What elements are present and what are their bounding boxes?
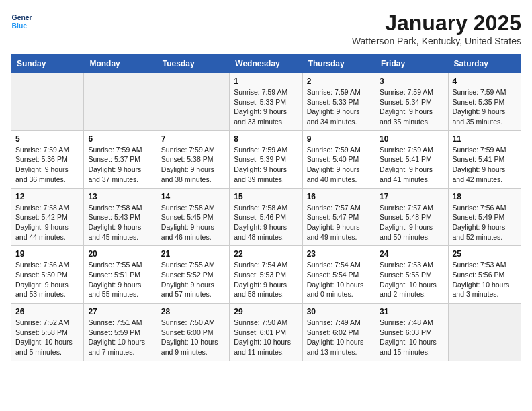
- week-row-2: 5Sunrise: 7:59 AM Sunset: 5:36 PM Daylig…: [11, 130, 521, 188]
- day-number: 20: [88, 249, 152, 259]
- day-number: 5: [15, 134, 79, 144]
- calendar-cell: 3Sunrise: 7:59 AM Sunset: 5:34 PM Daylig…: [375, 73, 448, 131]
- calendar-cell: 25Sunrise: 7:53 AM Sunset: 5:56 PM Dayli…: [448, 246, 521, 304]
- logo: General Blue: [11, 11, 32, 32]
- header-day-tuesday: Tuesday: [157, 55, 229, 73]
- header-day-monday: Monday: [84, 55, 157, 73]
- day-number: 12: [15, 192, 79, 201]
- day-info: Sunrise: 7:49 AM Sunset: 6:02 PM Dayligh…: [307, 318, 371, 357]
- day-number: 29: [234, 307, 298, 316]
- calendar-cell: 5Sunrise: 7:59 AM Sunset: 5:36 PM Daylig…: [11, 130, 84, 188]
- day-info: Sunrise: 7:50 AM Sunset: 6:00 PM Dayligh…: [161, 318, 225, 357]
- calendar-cell: [448, 304, 521, 361]
- calendar-cell: [157, 73, 229, 131]
- calendar-cell: 20Sunrise: 7:55 AM Sunset: 5:51 PM Dayli…: [84, 246, 157, 304]
- day-info: Sunrise: 7:48 AM Sunset: 6:03 PM Dayligh…: [380, 318, 443, 357]
- day-info: Sunrise: 7:59 AM Sunset: 5:41 PM Dayligh…: [380, 145, 443, 185]
- day-info: Sunrise: 7:54 AM Sunset: 5:54 PM Dayligh…: [307, 260, 371, 300]
- calendar-cell: 8Sunrise: 7:59 AM Sunset: 5:39 PM Daylig…: [230, 130, 302, 188]
- calendar-cell: 22Sunrise: 7:54 AM Sunset: 5:53 PM Dayli…: [230, 246, 302, 304]
- week-row-3: 12Sunrise: 7:58 AM Sunset: 5:42 PM Dayli…: [11, 188, 521, 246]
- day-info: Sunrise: 7:51 AM Sunset: 5:59 PM Dayligh…: [88, 318, 152, 357]
- day-info: Sunrise: 7:59 AM Sunset: 5:38 PM Dayligh…: [161, 145, 225, 185]
- day-number: 10: [380, 134, 443, 144]
- calendar-cell: 2Sunrise: 7:59 AM Sunset: 5:33 PM Daylig…: [302, 73, 375, 131]
- calendar-body: 1Sunrise: 7:59 AM Sunset: 5:33 PM Daylig…: [11, 73, 521, 361]
- calendar-cell: 26Sunrise: 7:52 AM Sunset: 5:58 PM Dayli…: [11, 304, 84, 361]
- day-info: Sunrise: 7:58 AM Sunset: 5:46 PM Dayligh…: [234, 203, 298, 242]
- day-info: Sunrise: 7:57 AM Sunset: 5:47 PM Dayligh…: [307, 203, 371, 242]
- day-number: 24: [380, 249, 443, 259]
- calendar-cell: 30Sunrise: 7:49 AM Sunset: 6:02 PM Dayli…: [302, 304, 375, 361]
- calendar-cell: 10Sunrise: 7:59 AM Sunset: 5:41 PM Dayli…: [375, 130, 448, 188]
- day-number: 13: [88, 192, 152, 201]
- calendar-cell: 7Sunrise: 7:59 AM Sunset: 5:38 PM Daylig…: [157, 130, 229, 188]
- day-number: 30: [307, 307, 371, 316]
- day-number: 1: [234, 77, 298, 86]
- day-info: Sunrise: 7:52 AM Sunset: 5:58 PM Dayligh…: [15, 318, 79, 357]
- day-number: 15: [234, 192, 298, 201]
- calendar-cell: 15Sunrise: 7:58 AM Sunset: 5:46 PM Dayli…: [230, 188, 302, 246]
- day-info: Sunrise: 7:53 AM Sunset: 5:56 PM Dayligh…: [453, 260, 517, 300]
- calendar-cell: 12Sunrise: 7:58 AM Sunset: 5:42 PM Dayli…: [11, 188, 84, 246]
- header-day-wednesday: Wednesday: [230, 55, 302, 73]
- calendar-cell: 14Sunrise: 7:58 AM Sunset: 5:45 PM Dayli…: [157, 188, 229, 246]
- day-number: 8: [234, 134, 298, 144]
- day-number: 7: [161, 134, 225, 144]
- day-info: Sunrise: 7:59 AM Sunset: 5:33 PM Dayligh…: [307, 87, 371, 127]
- day-number: 27: [88, 307, 152, 316]
- header-day-saturday: Saturday: [448, 55, 521, 73]
- calendar-header: SundayMondayTuesdayWednesdayThursdayFrid…: [11, 55, 521, 73]
- week-row-4: 19Sunrise: 7:56 AM Sunset: 5:50 PM Dayli…: [11, 246, 521, 304]
- day-info: Sunrise: 7:55 AM Sunset: 5:52 PM Dayligh…: [161, 260, 225, 300]
- day-number: 21: [161, 249, 225, 259]
- logo-icon: General Blue: [11, 11, 32, 32]
- day-number: 28: [161, 307, 225, 316]
- calendar-cell: 17Sunrise: 7:57 AM Sunset: 5:48 PM Dayli…: [375, 188, 448, 246]
- day-info: Sunrise: 7:59 AM Sunset: 5:40 PM Dayligh…: [307, 145, 371, 185]
- calendar-cell: 24Sunrise: 7:53 AM Sunset: 5:55 PM Dayli…: [375, 246, 448, 304]
- day-info: Sunrise: 7:55 AM Sunset: 5:51 PM Dayligh…: [88, 260, 152, 300]
- svg-text:Blue: Blue: [12, 22, 28, 30]
- day-info: Sunrise: 7:59 AM Sunset: 5:37 PM Dayligh…: [88, 145, 152, 185]
- calendar-cell: 21Sunrise: 7:55 AM Sunset: 5:52 PM Dayli…: [157, 246, 229, 304]
- calendar-cell: 27Sunrise: 7:51 AM Sunset: 5:59 PM Dayli…: [84, 304, 157, 361]
- day-info: Sunrise: 7:59 AM Sunset: 5:35 PM Dayligh…: [453, 87, 517, 127]
- calendar-cell: 16Sunrise: 7:57 AM Sunset: 5:47 PM Dayli…: [302, 188, 375, 246]
- day-info: Sunrise: 7:59 AM Sunset: 5:39 PM Dayligh…: [234, 145, 298, 185]
- day-number: 17: [380, 192, 443, 201]
- day-number: 19: [15, 249, 79, 259]
- day-info: Sunrise: 7:58 AM Sunset: 5:42 PM Dayligh…: [15, 203, 79, 242]
- day-number: 11: [453, 134, 517, 144]
- day-number: 9: [307, 134, 371, 144]
- day-number: 2: [307, 77, 371, 86]
- day-info: Sunrise: 7:56 AM Sunset: 5:50 PM Dayligh…: [15, 260, 79, 300]
- calendar-cell: 11Sunrise: 7:59 AM Sunset: 5:41 PM Dayli…: [448, 130, 521, 188]
- day-number: 14: [161, 192, 225, 201]
- calendar-cell: 23Sunrise: 7:54 AM Sunset: 5:54 PM Dayli…: [302, 246, 375, 304]
- day-number: 18: [453, 192, 517, 201]
- week-row-5: 26Sunrise: 7:52 AM Sunset: 5:58 PM Dayli…: [11, 304, 521, 361]
- day-info: Sunrise: 7:59 AM Sunset: 5:41 PM Dayligh…: [453, 145, 517, 185]
- day-info: Sunrise: 7:58 AM Sunset: 5:43 PM Dayligh…: [88, 203, 152, 242]
- calendar-cell: 6Sunrise: 7:59 AM Sunset: 5:37 PM Daylig…: [84, 130, 157, 188]
- day-info: Sunrise: 7:50 AM Sunset: 6:01 PM Dayligh…: [234, 318, 298, 357]
- day-number: 6: [88, 134, 152, 144]
- day-info: Sunrise: 7:57 AM Sunset: 5:48 PM Dayligh…: [380, 203, 443, 242]
- calendar-cell: [11, 73, 84, 131]
- day-number: 25: [453, 249, 517, 259]
- day-number: 31: [380, 307, 443, 316]
- header-day-friday: Friday: [375, 55, 448, 73]
- day-info: Sunrise: 7:53 AM Sunset: 5:55 PM Dayligh…: [380, 260, 443, 300]
- day-number: 22: [234, 249, 298, 259]
- day-info: Sunrise: 7:59 AM Sunset: 5:36 PM Dayligh…: [15, 145, 79, 185]
- header-row: SundayMondayTuesdayWednesdayThursdayFrid…: [11, 55, 521, 73]
- calendar-cell: 13Sunrise: 7:58 AM Sunset: 5:43 PM Dayli…: [84, 188, 157, 246]
- week-row-1: 1Sunrise: 7:59 AM Sunset: 5:33 PM Daylig…: [11, 73, 521, 131]
- header-day-sunday: Sunday: [11, 55, 84, 73]
- day-info: Sunrise: 7:54 AM Sunset: 5:53 PM Dayligh…: [234, 260, 298, 300]
- day-info: Sunrise: 7:59 AM Sunset: 5:34 PM Dayligh…: [380, 87, 443, 127]
- calendar-cell: 31Sunrise: 7:48 AM Sunset: 6:03 PM Dayli…: [375, 304, 448, 361]
- day-info: Sunrise: 7:56 AM Sunset: 5:49 PM Dayligh…: [453, 203, 517, 242]
- page-header: General Blue January 2025 Watterson Park…: [11, 11, 521, 46]
